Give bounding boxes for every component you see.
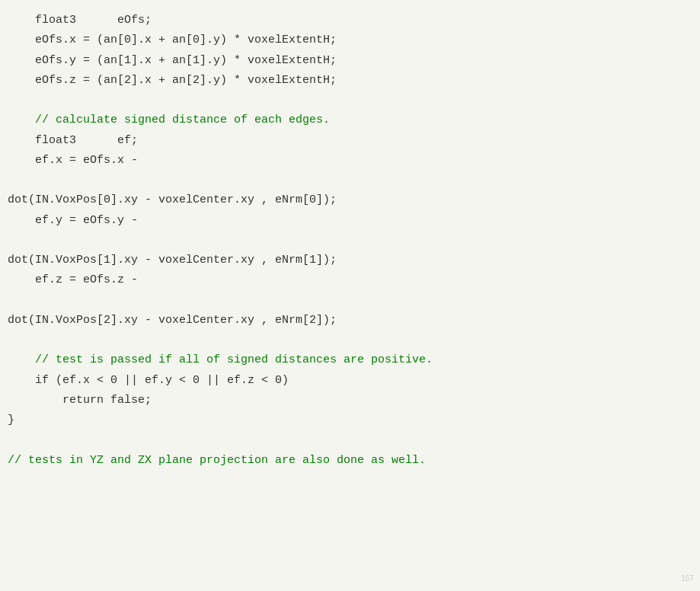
code-line: // tests in YZ and ZX plane projection a… bbox=[0, 451, 700, 471]
code-line: eOfs.y = (an[1].x + an[1].y) * voxelExte… bbox=[0, 51, 700, 71]
code-line: eOfs.z = (an[2].x + an[2].y) * voxelExte… bbox=[0, 71, 700, 91]
code-block: float3 eOfs; eOfs.x = (an[0].x + an[0].y… bbox=[0, 8, 700, 474]
code-line: ef.z = eOfs.z - bbox=[0, 270, 700, 290]
code-line: // calculate signed distance of each edg… bbox=[0, 110, 700, 130]
code-line: float3 eOfs; bbox=[0, 11, 700, 30]
code-line: } bbox=[0, 411, 700, 430]
code-line: return false; bbox=[0, 391, 700, 411]
code-line: dot(IN.VoxPos[2].xy - voxelCenter.xy , e… bbox=[0, 311, 700, 331]
empty-line bbox=[0, 231, 700, 251]
code-line: dot(IN.VoxPos[1].xy - voxelCenter.xy , e… bbox=[0, 251, 700, 270]
code-container: float3 eOfs; eOfs.x = (an[0].x + an[0].y… bbox=[0, 0, 700, 591]
code-line: if (ef.x < 0 || ef.y < 0 || ef.z < 0) bbox=[0, 371, 700, 391]
empty-line bbox=[0, 430, 700, 450]
empty-line bbox=[0, 291, 700, 311]
code-line: ef.y = eOfs.y - bbox=[0, 211, 700, 231]
empty-line bbox=[0, 331, 700, 350]
code-line: eOfs.x = (an[0].x + an[0].y) * voxelExte… bbox=[0, 30, 700, 50]
empty-line bbox=[0, 171, 700, 190]
code-line: dot(IN.VoxPos[0].xy - voxelCenter.xy , e… bbox=[0, 190, 700, 210]
code-line: ef.x = eOfs.x - bbox=[0, 151, 700, 171]
empty-line bbox=[0, 91, 700, 110]
code-line: float3 ef; bbox=[0, 131, 700, 151]
code-line: // test is passed if all of signed dista… bbox=[0, 350, 700, 370]
